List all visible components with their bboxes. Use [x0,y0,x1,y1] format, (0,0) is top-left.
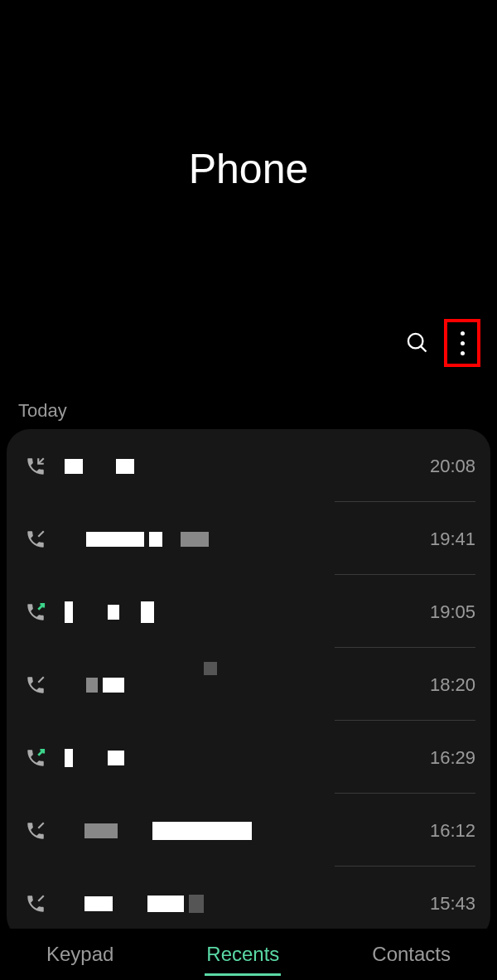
call-contact [65,601,430,623]
call-time: 18:20 [430,674,475,696]
more-options-button[interactable] [444,319,480,367]
search-icon[interactable] [406,331,429,355]
call-item[interactable]: 19:05 [7,575,490,648]
incoming-call-icon [25,529,46,550]
call-time: 16:12 [430,820,475,842]
call-item[interactable]: 16:12 [7,794,490,867]
incoming-call-icon [25,674,46,696]
tab-contacts[interactable]: Contacts [362,936,461,973]
svg-line-1 [421,346,426,351]
section-label: Today [18,400,67,422]
bottom-nav: Keypad Recents Contacts [0,929,497,980]
tab-recents[interactable]: Recents [196,936,289,973]
call-time: 16:29 [430,747,475,769]
call-contact [65,529,430,549]
outgoing-call-icon [25,601,46,623]
incoming-call-icon [25,820,46,842]
call-contact [65,675,430,695]
call-item[interactable]: 19:41 [7,502,490,575]
incoming-call-icon [25,893,46,915]
call-contact [65,748,430,768]
toolbar [406,319,480,367]
svg-point-0 [408,334,423,349]
call-item[interactable]: 18:20 [7,648,490,721]
call-contact [65,456,430,476]
call-time: 19:05 [430,601,475,623]
more-vertical-icon [461,331,465,355]
call-item[interactable]: 20:08 [7,429,490,502]
call-contact [65,894,430,914]
call-time: 19:41 [430,529,475,550]
outgoing-call-icon [25,747,46,769]
tab-keypad[interactable]: Keypad [36,936,123,973]
call-time: 15:43 [430,893,475,915]
call-list: 20:08 19:41 19:05 [7,429,490,939]
page-title: Phone [0,0,497,193]
call-contact [65,821,430,841]
incoming-call-icon [25,456,46,477]
call-item[interactable]: 16:29 [7,721,490,794]
call-time: 20:08 [430,456,475,477]
